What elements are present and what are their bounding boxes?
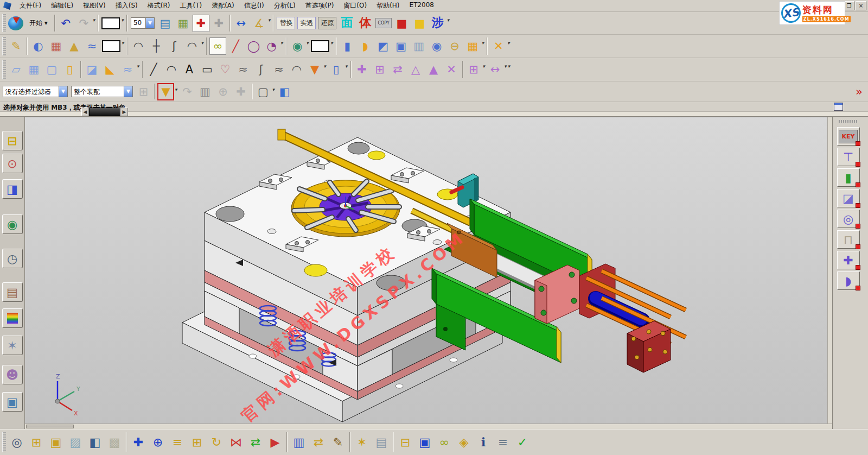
lifter-library-icon[interactable]: ◪ — [837, 189, 860, 207]
internet-browser-icon[interactable]: ◉ — [2, 214, 23, 234]
dropdown-arrow-icon[interactable]: ▾ — [280, 35, 284, 58]
shaded-cube-icon[interactable]: ◧ — [276, 83, 293, 100]
dropdown-arrow-icon[interactable]: ▾ — [483, 58, 487, 81]
hidden-components-icon[interactable]: ▨ — [66, 433, 85, 452]
assembly-navigator-icon[interactable]: ⊟ — [2, 131, 23, 150]
boss-icon[interactable]: ⊖ — [446, 37, 463, 55]
viewport-vscrollbar[interactable] — [827, 117, 832, 429]
undo-icon[interactable]: ↶ — [58, 15, 74, 32]
measure-angle-icon[interactable]: ∡ — [251, 15, 267, 32]
dropdown-arrow-icon[interactable]: ▾ — [175, 81, 178, 102]
delete-face-icon[interactable]: ✕ — [490, 37, 507, 55]
studio-surface-icon[interactable]: ≈ — [119, 61, 136, 78]
dropdown-arrow-icon[interactable]: ▾ — [272, 81, 276, 102]
dropdown-arrow-icon[interactable]: ▾ — [137, 58, 141, 81]
fitting-library-icon[interactable]: ✚ — [837, 251, 860, 269]
arc-icon[interactable]: ◔ — [263, 37, 280, 55]
part-navigator-icon[interactable]: ◨ — [2, 179, 23, 199]
snapshot-icon[interactable]: ◧ — [86, 433, 104, 452]
menu-item-4[interactable]: 格式(R) — [143, 0, 175, 11]
menu-item-10[interactable]: 窗口(O) — [339, 0, 372, 11]
new-component-icon[interactable]: ⊕ — [149, 433, 167, 452]
slide-block-library-icon[interactable]: ▮ — [837, 168, 860, 187]
replace-reference-set-icon[interactable]: ⇄ — [309, 433, 328, 452]
face-blend-icon[interactable]: ▯ — [61, 61, 78, 78]
sew-surface-icon[interactable]: ▦ — [48, 37, 65, 55]
face-select-button[interactable]: 面 — [339, 16, 355, 30]
measure-distance-icon[interactable]: ↔ — [233, 15, 250, 32]
swept-icon[interactable]: ≈ — [84, 37, 100, 55]
fit-spline-icon[interactable]: ≈ — [271, 61, 288, 78]
viewport-hscroll-thumb[interactable] — [26, 425, 74, 428]
menu-item-0[interactable]: 文件(F) — [15, 0, 46, 11]
subtract-icon[interactable]: ▥ — [411, 37, 427, 55]
assembly-constraints-icon[interactable]: ⇄ — [246, 433, 265, 452]
dropdown-arrow-icon[interactable]: ▾ — [508, 58, 512, 81]
arc-curve-icon[interactable]: ◠ — [163, 61, 180, 78]
position-component-icon[interactable]: ▲ — [425, 61, 442, 78]
interpart-select-icon[interactable]: ⊞ — [135, 83, 152, 100]
interference-check-button[interactable]: 涉 — [430, 16, 446, 30]
component-report-icon[interactable]: ⊞ — [465, 61, 482, 78]
system-materials-icon[interactable]: ▤ — [2, 282, 23, 302]
hole-icon[interactable]: ◉ — [429, 37, 445, 55]
maximize-view-icon[interactable] — [834, 103, 843, 111]
arrangements-icon[interactable]: ⊟ — [396, 433, 414, 452]
undo-selection-icon[interactable]: ↷ — [179, 83, 196, 100]
interpart-link-icon[interactable]: ∞ — [435, 433, 454, 452]
sleeve-library-icon[interactable]: ⊓ — [837, 230, 860, 249]
viewport-hscrollbar[interactable] — [25, 424, 832, 429]
add-component-icon[interactable]: ✚ — [129, 433, 148, 452]
roles-icon[interactable]: ☻ — [2, 365, 23, 384]
create-component-array-icon[interactable]: ≡ — [168, 433, 187, 452]
point-constructor-icon[interactable]: ⊕ — [215, 83, 232, 100]
menu-item-6[interactable]: 装配(A) — [207, 0, 239, 11]
line-icon[interactable]: ╱ — [227, 37, 244, 55]
replace-face-button[interactable]: 替换 — [277, 17, 295, 29]
menu-item-5[interactable]: 工具(T) — [175, 0, 207, 11]
chain-select-icon[interactable]: ∞ — [209, 37, 226, 55]
menu-item-11[interactable]: 帮助(H) — [372, 0, 404, 11]
menu-item-8[interactable]: 分析(L) — [269, 0, 301, 11]
move-component-icon[interactable]: ✚ — [354, 61, 371, 78]
assembly-sequence-icon[interactable]: ▤ — [372, 433, 391, 452]
mirror-assembly-icon[interactable]: ⋈ — [227, 433, 245, 452]
dropdown-arrow-icon[interactable]: ▾ — [324, 58, 328, 81]
through-curves-icon[interactable]: ▦ — [25, 61, 42, 78]
text-curve-icon[interactable]: A — [181, 61, 198, 78]
dropdown-arrow-icon[interactable]: ▾ — [345, 58, 349, 81]
sketch-icon[interactable]: ✎ — [8, 37, 24, 55]
dropdown-arrow-icon[interactable]: ▾ — [268, 12, 272, 34]
layer-settings-icon[interactable]: ▤ — [157, 15, 174, 32]
close-button[interactable]: × — [856, 1, 866, 10]
find-component-icon[interactable]: ◎ — [8, 433, 26, 452]
instance-feature-icon[interactable]: ▦ — [464, 37, 481, 55]
screw-library-icon[interactable]: ⊤ — [837, 148, 860, 166]
sketch-shapes-icon[interactable]: ◉ — [289, 37, 306, 55]
explode-assembly-icon[interactable]: ✶ — [353, 433, 371, 452]
rectangle-select-icon[interactable]: ▢ — [255, 83, 272, 100]
dropdown-arrow-icon[interactable]: ▾ — [201, 35, 205, 58]
pattern-component-icon[interactable]: ⊞ — [188, 433, 206, 452]
clone-assembly-icon[interactable]: ▣ — [416, 433, 434, 452]
line-curve-icon[interactable]: ╱ — [145, 61, 162, 78]
translucent-button[interactable]: 实透 — [297, 17, 316, 29]
gallery-icon[interactable]: ▣ — [2, 392, 23, 412]
toolbar-handle[interactable] — [2, 60, 6, 79]
open-component-icon[interactable]: ⊞ — [27, 433, 46, 452]
toolbar-overflow-icon[interactable]: » — [851, 83, 867, 100]
scroll-right-button[interactable]: ▶ — [120, 108, 128, 116]
toolbar-handle[interactable] — [2, 432, 6, 453]
edit-arc-icon[interactable]: ◠ — [184, 37, 201, 55]
divide-curve-icon[interactable]: ┼ — [148, 37, 165, 55]
project-curve-icon[interactable]: ▼ — [307, 61, 323, 78]
split-body-icon[interactable]: ◐ — [30, 37, 47, 55]
menu-item-9[interactable]: 首选项(P) — [301, 0, 339, 11]
plane-swatch[interactable] — [311, 40, 329, 52]
snap-point-icon[interactable]: ✚ — [233, 83, 250, 100]
unite-icon[interactable]: ▣ — [393, 37, 410, 55]
remember-position-icon[interactable]: ▥ — [290, 433, 308, 452]
tube-icon[interactable]: ▯ — [328, 61, 344, 78]
component-preview-icon[interactable]: ▩ — [105, 433, 124, 452]
wcs-display-icon[interactable]: ✚ — [210, 15, 227, 32]
